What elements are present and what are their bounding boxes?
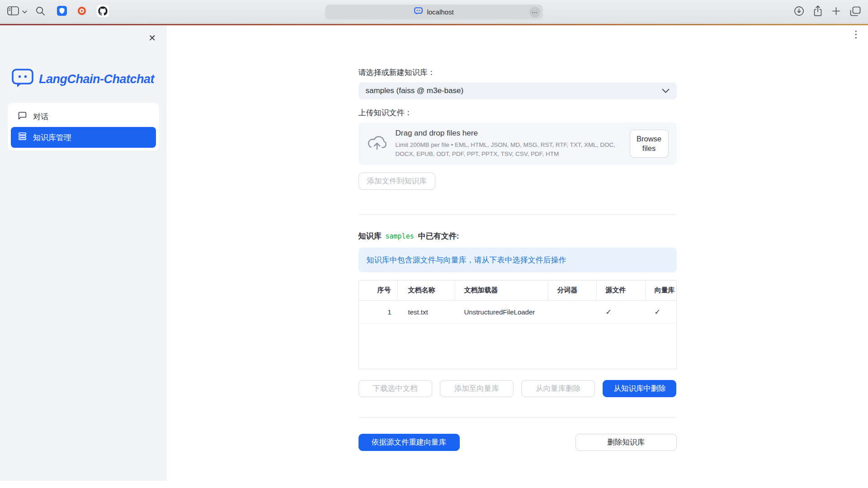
sidebar-item-dialogue[interactable]: 对话 [11,106,156,127]
delete-kb-button[interactable]: 删除知识库 [576,434,677,451]
kb-bottom-buttons: 依据源文件重建向量库 删除知识库 [359,434,677,451]
sidebar-toggle-chevron-button[interactable] [22,8,27,15]
sidebar-toggle-button[interactable] [7,6,19,17]
browser-toolbar: localhost ⋯ [0,0,868,23]
blue-shield-extension-icon [57,6,67,17]
add-files-to-kb-button[interactable]: 添加文件到知识库 [359,173,435,190]
github-extension-button[interactable] [97,5,109,19]
browser-search-button[interactable] [35,6,45,17]
info-text: 知识库中包含源文件与向量库，请从下表中选择文件后操作 [367,255,566,265]
kb-select-value: samples (faiss @ m3e-base) [366,86,464,95]
cell-source-file-check: ✓ [597,300,646,323]
kb-name-code: samples [386,232,414,240]
main-content: ⋮ 请选择或新建知识库： samples (faiss @ m3e-base) … [167,25,868,488]
logo-text: LangChain-Chatchat [39,72,154,86]
col-header-doc-name: 文档名称 [398,281,455,300]
sidebar-item-label: 知识库管理 [33,132,71,143]
site-favicon [414,7,423,17]
sidebar-close-button[interactable]: ✕ [148,33,156,42]
tab-overview-button[interactable] [850,6,861,18]
kb-select[interactable]: samples (faiss @ m3e-base) [359,82,677,99]
col-header-source-file: 源文件 [597,281,646,300]
plus-icon [831,6,841,17]
app-menu-button[interactable]: ⋮ [851,29,861,40]
dropzone-text: Drag and drop files here Limit 200MB per… [396,129,622,158]
chat-bubble-icon [18,111,27,122]
content-column: 请选择或新建知识库： samples (faiss @ m3e-base) 上传… [359,25,677,451]
sidebar-toggle-icon [7,6,19,17]
divider [359,214,677,215]
table-header-row: 序号 文档名称 文档加载器 分词器 源文件 向量库 [359,281,676,300]
kb-files-heading: 知识库 samples 中已有文件: [359,231,677,241]
kb-files-table[interactable]: 序号 文档名称 文档加载器 分词器 源文件 向量库 1 test.txt Uns… [359,280,677,369]
chevron-down-icon [662,86,670,95]
cell-index: 1 [359,300,398,323]
app-logo: LangChain-Chatchat [0,25,167,89]
col-header-loader: 文档加载器 [455,281,548,300]
col-header-index: 序号 [359,281,398,300]
browse-files-button[interactable]: Browse files [630,130,669,158]
add-to-vector-store-button[interactable]: 添加至向量库 [440,380,514,397]
kb-heading-suffix: 中已有文件: [418,231,459,241]
cell-vector-store-check: ✓ [646,300,676,323]
dropzone-title: Drag and drop files here [396,129,622,138]
search-icon [35,6,45,17]
col-header-splitter: 分词器 [548,281,597,300]
delete-from-kb-button[interactable]: 从知识库中删除 [603,380,676,397]
page-options-button[interactable]: ⋯ [529,7,540,18]
screen: { "browser": { "address": "localhost", "… [0,0,868,488]
download-icon [794,6,804,18]
github-icon [97,5,109,19]
file-dropzone[interactable]: Drag and drop files here Limit 200MB per… [359,122,677,165]
upload-label: 上传知识文件： [359,108,677,118]
table-empty-area [359,324,676,369]
dropzone-limit: Limit 200MB per file • EML, HTML, JSON, … [396,141,622,158]
streamlit-decoration-bar [0,24,868,25]
logo-chat-icon [12,69,33,89]
table-row[interactable]: 1 test.txt UnstructuredFileLoader ✓ ✓ [359,300,676,324]
extension-ring-button[interactable] [77,6,87,17]
sidebar-item-label: 对话 [33,112,48,122]
tabs-icon [850,6,861,18]
share-button[interactable] [813,5,822,18]
sidebar-menu: 对话 知识库管理 [8,103,159,151]
address-url: localhost [427,8,453,16]
sidebar: ✕ LangChain-Chatchat 对话 知识库管理 [0,25,167,481]
download-selected-doc-button[interactable]: 下载选中文档 [359,380,432,397]
col-header-vector-store: 向量库 [646,281,676,300]
downloads-button[interactable] [794,6,804,18]
upload-cloud-icon [367,134,387,153]
extension-shield-button[interactable] [57,6,67,17]
new-tab-button[interactable] [831,6,841,17]
orange-ring-extension-icon [77,6,87,17]
kb-select-label: 请选择或新建知识库： [359,67,677,78]
cell-splitter [548,300,597,323]
cell-doc-name: test.txt [398,300,455,323]
remove-from-vector-store-button[interactable]: 从向量库删除 [521,380,595,397]
divider [359,417,677,418]
info-alert: 知识库中包含源文件与向量库，请从下表中选择文件后操作 [359,248,677,272]
knowledge-base-icon [18,131,27,143]
chevron-down-icon [22,8,27,15]
kb-heading-prefix: 知识库 [359,231,382,241]
file-action-buttons: 下载选中文档 添加至向量库 从向量库删除 从知识库中删除 [359,380,677,397]
share-icon [813,5,822,18]
cell-loader: UnstructuredFileLoader [455,300,548,323]
rebuild-vector-store-button[interactable]: 依据源文件重建向量库 [359,434,460,451]
sidebar-item-knowledge-base[interactable]: 知识库管理 [11,127,156,148]
address-bar[interactable]: localhost ⋯ [325,5,543,19]
